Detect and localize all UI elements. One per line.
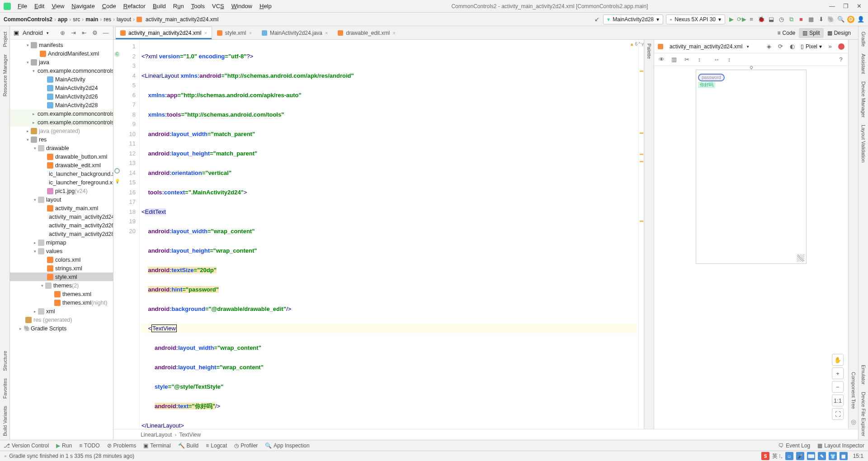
todo-button[interactable]: ≡ TODO bbox=[79, 442, 99, 449]
minimize-icon[interactable]: — bbox=[829, 3, 835, 9]
night-icon[interactable]: ◐ bbox=[789, 43, 796, 50]
orientation-icon[interactable]: ⟳ bbox=[777, 43, 784, 50]
device-manager-tool-button[interactable]: Device Manager bbox=[860, 78, 867, 121]
emulator-tool-button[interactable]: Emulator bbox=[860, 361, 867, 388]
ime-sogou-icon[interactable]: S bbox=[761, 452, 769, 460]
rerun-icon[interactable]: ⟳▶ bbox=[738, 16, 745, 23]
breadcrumb-item[interactable]: TextView bbox=[179, 432, 201, 438]
close-icon[interactable]: × bbox=[204, 30, 207, 36]
breakpoint-gutter-icon[interactable] bbox=[114, 168, 120, 174]
hide-icon[interactable]: — bbox=[102, 29, 109, 37]
zoom-out-button[interactable]: − bbox=[832, 381, 844, 393]
gear-icon[interactable]: ⚙ bbox=[91, 29, 99, 37]
ime-face-icon[interactable]: ☺ bbox=[785, 452, 793, 460]
menu-tools[interactable]: Tools bbox=[188, 1, 208, 11]
run-config-combo[interactable]: ▾MainActivity2d28▾ bbox=[603, 14, 663, 24]
palette-rail[interactable]: Palette bbox=[644, 40, 654, 429]
device-preview[interactable]: password 你好吗 bbox=[696, 70, 807, 264]
component-tree-rail[interactable]: Component Tree ◎ bbox=[848, 40, 858, 429]
menu-window[interactable]: Window bbox=[228, 1, 255, 11]
target-icon[interactable]: ◎ bbox=[851, 418, 856, 425]
ime-skin-icon[interactable]: 👕 bbox=[829, 452, 837, 460]
code-view-button[interactable]: ≡ Code bbox=[774, 28, 799, 38]
code-editor[interactable]: C 💡 12345 678910 1112131415 1617181920 <… bbox=[113, 40, 644, 429]
pan-button[interactable]: ✋ bbox=[832, 354, 844, 366]
zoom-mode-icon[interactable]: ✂ bbox=[683, 56, 690, 63]
expand-icon[interactable]: ⇥ bbox=[70, 29, 77, 37]
bulb-gutter-icon[interactable]: 💡 bbox=[114, 179, 120, 184]
build-variants-tool-button[interactable]: Build Variants bbox=[1, 402, 9, 440]
structure-tool-button[interactable]: Structure bbox=[1, 347, 9, 375]
layout-validation-tool-button[interactable]: Layout Validation bbox=[860, 121, 867, 166]
tab[interactable]: drawable_edit.xml× bbox=[333, 27, 400, 39]
menu-file[interactable]: File bbox=[14, 1, 30, 11]
eye-icon[interactable]: 👁 bbox=[658, 56, 665, 63]
close-icon[interactable]: × bbox=[325, 30, 328, 36]
collapse-icon[interactable]: ⇤ bbox=[80, 29, 88, 37]
maximize-icon[interactable]: ❐ bbox=[843, 3, 849, 9]
split-view-button[interactable]: ▥ Split bbox=[799, 28, 823, 38]
event-log-button[interactable]: 🗨 Event Log bbox=[778, 442, 810, 449]
menu-build[interactable]: Build bbox=[150, 1, 169, 11]
menu-code[interactable]: Code bbox=[99, 1, 119, 11]
menu-view[interactable]: View bbox=[48, 1, 67, 11]
resize-handle-icon[interactable] bbox=[797, 254, 804, 262]
tab-active[interactable]: activity_main_activity2d24.xml× bbox=[115, 27, 212, 39]
menu-navigate[interactable]: Navigate bbox=[68, 1, 98, 11]
breadcrumb-item[interactable]: layout bbox=[117, 16, 131, 23]
pan-icon[interactable]: ↕ bbox=[696, 56, 703, 63]
breadcrumb-item[interactable]: src bbox=[73, 16, 80, 23]
surface-icon[interactable]: ◈ bbox=[765, 43, 773, 50]
error-stripe[interactable]: ▲6 ^ v bbox=[638, 40, 644, 429]
close-icon[interactable]: × bbox=[249, 30, 252, 36]
stop-icon[interactable]: ■ bbox=[797, 16, 805, 23]
ime-tool-icon[interactable]: ✎ bbox=[818, 452, 826, 460]
v-expand-icon[interactable]: ↕ bbox=[726, 56, 733, 63]
app-inspection-button[interactable]: 🔍 App Inspection bbox=[265, 442, 309, 449]
ime-keyboard-icon[interactable]: ⌨ bbox=[807, 452, 815, 460]
tab[interactable]: MainActivity2d24.java× bbox=[257, 27, 333, 39]
device-type-combo[interactable]: ▯ Pixel ▾ bbox=[801, 43, 822, 50]
run-icon[interactable]: ▶ bbox=[728, 16, 735, 23]
blueprint-icon[interactable]: ▥ bbox=[670, 56, 678, 63]
favorites-tool-button[interactable]: Favorites bbox=[1, 375, 9, 402]
menu-help[interactable]: Help bbox=[256, 1, 275, 11]
zoom-reset-button[interactable]: ⛶ bbox=[832, 408, 844, 420]
breadcrumb-item[interactable]: res bbox=[104, 16, 111, 23]
design-canvas[interactable]: ⚲ password 你好吗 ✋ + − 1:1 ⛶ bbox=[654, 66, 848, 429]
project-view-combo[interactable]: Android bbox=[23, 29, 43, 36]
search-icon[interactable]: 🔍 bbox=[837, 16, 844, 23]
zoom-fit-button[interactable]: 1:1 bbox=[832, 395, 844, 406]
menu-edit[interactable]: Edit bbox=[31, 1, 47, 11]
warning-badge-icon[interactable] bbox=[838, 43, 844, 50]
profiler-button[interactable]: ◷ Profiler bbox=[234, 442, 258, 449]
avd-icon[interactable]: ▦ bbox=[807, 16, 815, 23]
design-view-button[interactable]: ▦ Design bbox=[824, 28, 854, 38]
menu-refactor[interactable]: Refactor bbox=[120, 1, 149, 11]
ime-mic-icon[interactable]: 🎤 bbox=[796, 452, 804, 460]
run-tool-button[interactable]: ▶ Run bbox=[56, 442, 72, 449]
breadcrumb-item[interactable]: activity_main_activity2d24.xml bbox=[146, 16, 218, 23]
code-content[interactable]: <?xml version="1.0" encoding="utf-8"?> <… bbox=[140, 40, 638, 429]
class-gutter-icon[interactable]: C bbox=[114, 52, 120, 57]
help-icon[interactable]: ? bbox=[837, 56, 844, 63]
design-file-label[interactable]: activity_main_activity2d24.xml bbox=[670, 43, 742, 50]
gradle-tool-button[interactable]: Gradle bbox=[860, 28, 867, 50]
target-icon[interactable]: ⊕ bbox=[59, 29, 66, 37]
settings-icon[interactable]: ⚙ bbox=[847, 16, 854, 23]
tab[interactable]: style.xml× bbox=[212, 27, 257, 39]
project-tool-button[interactable]: Project bbox=[1, 28, 9, 51]
menu-run[interactable]: Run bbox=[170, 1, 187, 11]
version-control-button[interactable]: ⎇ Version Control bbox=[4, 442, 49, 449]
attach-debugger-icon[interactable]: ⧉ bbox=[788, 16, 795, 23]
ime-grid-icon[interactable]: ▦ bbox=[840, 452, 848, 460]
breadcrumb-item[interactable]: CommonControls2 bbox=[4, 16, 52, 23]
project-tree[interactable]: ▾manifests AndroidManifest.xml ▾java ▾co… bbox=[10, 40, 113, 440]
breadcrumb-item[interactable]: app bbox=[58, 16, 67, 23]
device-combo[interactable]: ▫Nexus 5X API 30▾ bbox=[666, 14, 725, 24]
problems-button[interactable]: ⊘ Problems bbox=[107, 442, 137, 449]
ime-lang-label[interactable]: 英 ⁝, bbox=[772, 452, 783, 460]
zoom-in-button[interactable]: + bbox=[832, 367, 844, 379]
breadcrumb-item[interactable]: main bbox=[85, 16, 98, 23]
resource-manager-tool-button[interactable]: Resource Manager bbox=[1, 51, 9, 100]
